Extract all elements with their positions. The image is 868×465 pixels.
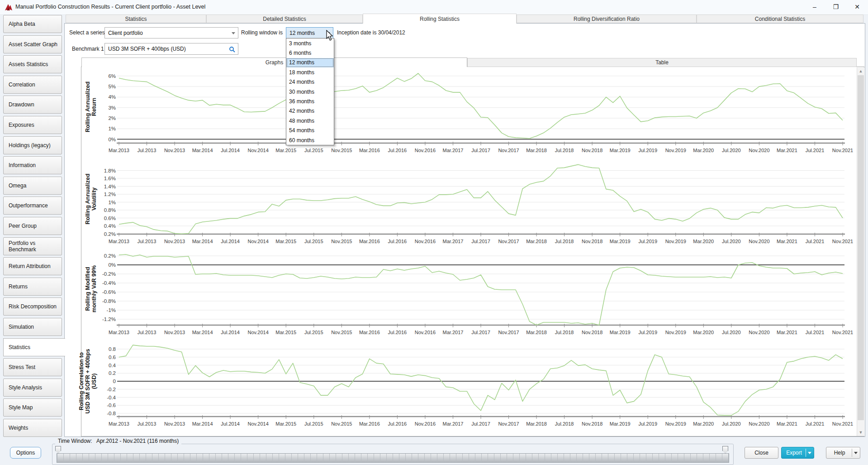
mouse-cursor: [326, 30, 335, 42]
series-label: Select a series: [69, 29, 105, 36]
help-button[interactable]: Help: [826, 447, 860, 459]
tab-table-label: Table: [655, 59, 669, 66]
series-combobox[interactable]: Client portfolio: [104, 27, 238, 38]
tab-statistics[interactable]: Statistics: [66, 14, 206, 23]
sidebar-item-peer-group[interactable]: Peer Group: [3, 217, 62, 235]
sidebar-item-outperformance[interactable]: Outperformance: [3, 197, 62, 215]
close-button-label: Close: [754, 450, 768, 456]
sidebar-item-stress-test[interactable]: Stress Test: [3, 358, 62, 376]
sidebar-item-risk-decomposition[interactable]: Risk Decomposition: [3, 297, 62, 316]
close-icon[interactable]: ✕: [850, 2, 864, 12]
tab-conditional-statistics[interactable]: Conditional Statistics: [697, 14, 863, 23]
sidebar-item-assets-statistics[interactable]: Assets Statistics: [3, 55, 62, 73]
export-button[interactable]: Export: [781, 447, 814, 459]
vertical-scrollbar[interactable]: ▲ ▼: [857, 67, 864, 436]
tab-rolling-diversification-ratio[interactable]: Rolling Diversification Ratio: [517, 14, 697, 23]
search-icon[interactable]: [229, 46, 235, 53]
dropdown-option-24-months[interactable]: 24 months: [286, 77, 334, 87]
rolling-window-dropdown-list: 3 months6 months12 months18 months24 mon…: [286, 38, 334, 145]
sidebar-item-asset-scatter-graph[interactable]: Asset Scatter Graph: [3, 35, 62, 53]
sidebar-item-returns[interactable]: Returns: [3, 278, 62, 296]
dropdown-option-6-months[interactable]: 6 months: [286, 48, 334, 58]
graphs-panel: [81, 67, 864, 436]
series-value: Client portfolio: [108, 30, 143, 36]
tab-rolling-statistics[interactable]: Rolling Statistics: [363, 14, 517, 24]
sidebar-item-style-analysis[interactable]: Style Analysis: [3, 379, 62, 397]
benchmark-field[interactable]: USD 3M SOFR + 400bps (USD): [104, 43, 238, 55]
dropdown-option-54-months[interactable]: 54 months: [286, 126, 334, 135]
sidebar-item-drawdown[interactable]: Drawdown: [3, 96, 62, 114]
sidebar-item-correlation[interactable]: Correlation: [3, 76, 62, 94]
sidebar-item-exposures[interactable]: Exposures: [3, 116, 62, 134]
export-button-label: Export: [786, 450, 802, 456]
dropdown-option-18-months[interactable]: 18 months: [286, 67, 334, 77]
dropdown-option-42-months[interactable]: 42 months: [286, 106, 334, 116]
options-button[interactable]: Options: [10, 447, 41, 459]
sidebar-item-statistics[interactable]: Statistics: [3, 338, 65, 356]
sidebar-item-style-map[interactable]: Style Map: [3, 398, 62, 417]
dropdown-option-60-months[interactable]: 60 months: [286, 135, 334, 145]
title-bar: Manual Portfolio Construction Results - …: [0, 0, 868, 15]
chevron-down-icon: [232, 32, 235, 34]
benchmark-label: Benchmark 1: [72, 46, 104, 52]
scrollbar-thumb[interactable]: [858, 75, 864, 420]
export-dropdown-arrow[interactable]: [806, 447, 814, 458]
rolling-window-value: 12 months: [289, 30, 315, 36]
options-button-label: Options: [16, 450, 35, 456]
dropdown-option-12-months[interactable]: 12 months: [286, 58, 334, 67]
scroll-down-icon[interactable]: ▼: [858, 430, 863, 435]
benchmark-value: USD 3M SOFR + 400bps (USD): [108, 46, 186, 52]
help-button-label: Help: [834, 450, 845, 456]
window-title: Manual Portfolio Construction Results - …: [15, 4, 205, 10]
sidebar-item-portfolio-vs-benchmark[interactable]: Portfolio vs Benchmark: [3, 237, 62, 255]
scroll-up-icon[interactable]: ▲: [858, 69, 863, 73]
time-window-slider-track[interactable]: [57, 453, 729, 463]
tab-graphs[interactable]: Graphs: [81, 58, 467, 67]
application-window: Manual Portfolio Construction Results - …: [0, 0, 868, 465]
sidebar-item-holdings-legacy-[interactable]: Holdings (legacy): [3, 136, 62, 154]
rolling-window-label: Rolling window is: [241, 29, 283, 36]
sidebar-item-return-attribution[interactable]: Return Attribution: [3, 257, 62, 275]
restore-icon[interactable]: ❐: [829, 2, 843, 12]
inception-date-text: Inception date is 30/04/2012: [337, 29, 405, 36]
tab-graphs-label: Graphs: [266, 59, 283, 66]
time-window-label: Time Window:: [58, 438, 92, 444]
sidebar-item-omega[interactable]: Omega: [3, 177, 62, 195]
sidebar-item-alpha-beta[interactable]: Alpha Beta: [3, 15, 62, 33]
time-window-value: Apr.2012 - Nov.2021 (116 months): [96, 438, 179, 444]
sidebar-item-information[interactable]: Information: [3, 156, 62, 174]
help-dropdown-arrow[interactable]: [852, 447, 860, 458]
dropdown-option-36-months[interactable]: 36 months: [286, 96, 334, 106]
tab-detailed-statistics[interactable]: Detailed Statistics: [206, 14, 363, 23]
tab-table[interactable]: Table: [467, 58, 857, 67]
dropdown-option-30-months[interactable]: 30 months: [286, 87, 334, 96]
portfolio-app-icon: [5, 3, 13, 11]
sidebar-item-simulation[interactable]: Simulation: [3, 318, 62, 336]
dropdown-option-48-months[interactable]: 48 months: [286, 116, 334, 125]
sidebar-item-weights[interactable]: Weights: [3, 419, 62, 437]
close-button[interactable]: Close: [745, 447, 778, 459]
time-window-caption: Time Window: Apr.2012 - Nov.2021 (116 mo…: [55, 438, 181, 445]
minimize-icon[interactable]: –: [808, 2, 821, 12]
